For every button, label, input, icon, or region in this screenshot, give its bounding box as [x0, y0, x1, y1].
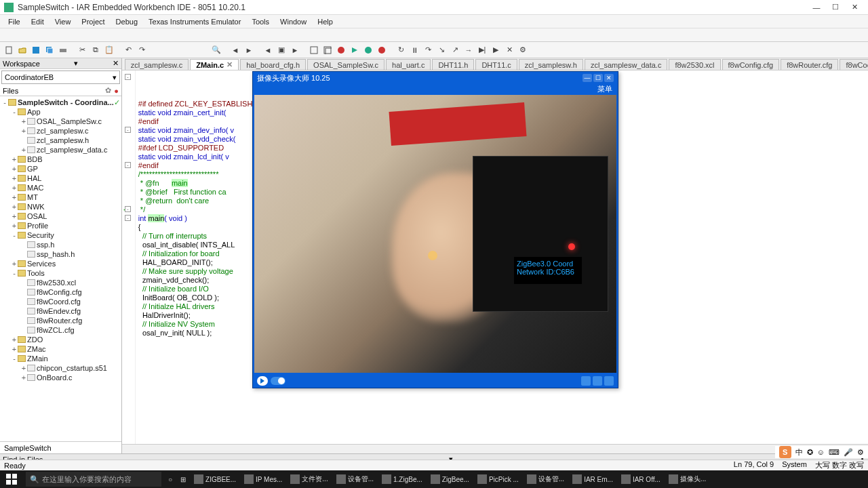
- bookmark-next-icon[interactable]: ►: [289, 44, 301, 56]
- toggle-bp-icon[interactable]: [335, 44, 347, 56]
- open-icon[interactable]: [16, 44, 28, 56]
- workspace-close-icon[interactable]: ✕: [113, 59, 119, 68]
- bookmark-toggle-icon[interactable]: ▣: [275, 44, 288, 56]
- task-view-icon[interactable]: ⊞: [176, 470, 190, 488]
- menu-debug[interactable]: Debug: [111, 18, 143, 26]
- tree-item[interactable]: -Security: [1, 230, 120, 240]
- editor-tab[interactable]: f8w2530.xcl: [669, 59, 720, 70]
- tree-item[interactable]: +NWK: [1, 202, 120, 211]
- debug-settings-icon[interactable]: ⚙: [517, 44, 529, 56]
- camera-snapshot-button[interactable]: [581, 376, 591, 386]
- tree-item[interactable]: ssp_hash.h: [1, 249, 120, 259]
- tree-item[interactable]: -SampleSwitch - Coordina...✓: [1, 98, 120, 107]
- editor-tab[interactable]: zcl_samplesw.c: [125, 59, 189, 70]
- camera-menu[interactable]: 菜单: [597, 85, 612, 93]
- stop2-icon[interactable]: ✕: [503, 44, 515, 56]
- redo-icon[interactable]: ↷: [136, 44, 148, 56]
- cut-icon[interactable]: ✂: [76, 44, 88, 56]
- undo-icon[interactable]: ↶: [122, 44, 134, 56]
- editor-tab[interactable]: hal_board_cfg.h: [240, 59, 306, 70]
- workspace-tab[interactable]: SampleSwitch: [0, 441, 121, 453]
- print-icon[interactable]: [57, 44, 69, 56]
- project-tree[interactable]: -SampleSwitch - Coordina...✓-App+OSAL_Sa…: [0, 96, 121, 441]
- editor-tab[interactable]: hal_uart.c: [386, 59, 431, 70]
- close-button[interactable]: ✕: [845, 1, 864, 14]
- tab-close-icon[interactable]: ✕: [226, 60, 233, 69]
- workspace-dropdown-icon[interactable]: ▾: [74, 59, 78, 68]
- reset-icon[interactable]: ↻: [395, 44, 407, 56]
- camera-settings-button[interactable]: [604, 376, 614, 386]
- tree-item[interactable]: -ZMain: [1, 354, 120, 363]
- camera-max-button[interactable]: ☐: [593, 74, 603, 82]
- go-icon[interactable]: [362, 44, 374, 56]
- editor-tab[interactable]: f8wCoord.cfg: [840, 59, 868, 70]
- tree-item[interactable]: +ZMac: [1, 344, 120, 354]
- gear-icon[interactable]: ✿: [105, 86, 111, 95]
- tree-item[interactable]: f8wRouter.cfg: [1, 316, 120, 325]
- editor-tab[interactable]: OSAL_SampleSw.c: [307, 59, 384, 70]
- paste-icon[interactable]: 📋: [103, 44, 115, 56]
- menu-file[interactable]: File: [3, 18, 26, 26]
- go2-icon[interactable]: ▶: [490, 44, 502, 56]
- ime-punct-icon[interactable]: ✪: [807, 448, 813, 457]
- tree-item[interactable]: +Services: [1, 259, 120, 268]
- tree-item[interactable]: +OnBoard.c: [1, 373, 120, 382]
- maximize-button[interactable]: ☐: [826, 1, 845, 14]
- break-icon[interactable]: ⏸: [408, 44, 420, 56]
- bookmark-prev-icon[interactable]: ◄: [262, 44, 274, 56]
- menu-edit[interactable]: Edit: [26, 18, 50, 26]
- editor-tab[interactable]: DHT11.h: [432, 59, 474, 70]
- tree-item[interactable]: +ZDO: [1, 335, 120, 344]
- search-icon[interactable]: 🔍: [210, 44, 222, 56]
- taskbar-item[interactable]: IAR Em...: [568, 470, 617, 488]
- tree-item[interactable]: f8wZCL.cfg: [1, 325, 120, 335]
- menu-window[interactable]: Window: [275, 18, 312, 26]
- new-icon[interactable]: [3, 44, 15, 56]
- tree-item[interactable]: +zcl_samplesw_data.c: [1, 145, 120, 155]
- tree-item[interactable]: f8wCoord.cfg: [1, 297, 120, 306]
- taskbar-item[interactable]: 摄像头...: [665, 470, 710, 488]
- menu-project[interactable]: Project: [76, 18, 110, 26]
- ime-keyboard-icon[interactable]: ⌨: [829, 448, 840, 457]
- taskbar-item[interactable]: IP Mes...: [240, 470, 286, 488]
- saveall-icon[interactable]: [43, 44, 56, 56]
- step-out-icon[interactable]: ↗: [449, 44, 461, 56]
- tree-item[interactable]: +OSAL_SampleSw.c: [1, 117, 120, 126]
- next-stmt-icon[interactable]: →: [462, 44, 475, 56]
- editor-tab[interactable]: DHT11.c: [475, 59, 517, 70]
- tree-item[interactable]: f8wEndev.cfg: [1, 306, 120, 316]
- tree-item[interactable]: +BDB: [1, 155, 120, 164]
- camera-min-button[interactable]: —: [583, 74, 592, 82]
- camera-fullscreen-button[interactable]: [593, 376, 602, 386]
- menu-help[interactable]: Help: [312, 18, 338, 26]
- step-over-icon[interactable]: ↷: [422, 44, 434, 56]
- menu-tools[interactable]: Tools: [246, 18, 275, 26]
- tree-item[interactable]: zcl_samplesw.h: [1, 136, 120, 145]
- minimize-button[interactable]: —: [807, 1, 826, 14]
- nav-back-icon[interactable]: ◄: [229, 44, 241, 56]
- tree-item[interactable]: ssp.h: [1, 240, 120, 249]
- cortana-icon[interactable]: ○: [164, 470, 176, 488]
- stop-icon[interactable]: [376, 44, 388, 56]
- config-combo[interactable]: CoordinatorEB▾: [1, 70, 120, 84]
- tree-item[interactable]: +HAL: [1, 174, 120, 183]
- tree-item[interactable]: -App: [1, 107, 120, 117]
- editor-tab[interactable]: zcl_samplesw.h: [519, 59, 583, 70]
- ime-mic-icon[interactable]: 🎤: [844, 448, 853, 457]
- tree-item[interactable]: +zcl_samplesw.c: [1, 126, 120, 136]
- tree-item[interactable]: -Tools: [1, 268, 120, 278]
- taskbar-item[interactable]: ZigBee...: [427, 470, 473, 488]
- editor-tab[interactable]: f8wRouter.cfg: [781, 59, 838, 70]
- ime-lang-icon[interactable]: 中: [795, 447, 803, 458]
- tree-item[interactable]: +MT: [1, 192, 120, 202]
- nav-fwd-icon[interactable]: ►: [243, 44, 255, 56]
- menu-texas-instruments-emulator[interactable]: Texas Instruments Emulator: [143, 18, 246, 26]
- taskbar-item[interactable]: PicPick ...: [473, 470, 523, 488]
- save-icon[interactable]: [30, 44, 42, 56]
- menu-view[interactable]: View: [50, 18, 77, 26]
- copy-icon[interactable]: ⧉: [90, 44, 102, 56]
- editor-hscroll[interactable]: [122, 444, 868, 453]
- tree-item[interactable]: f8wConfig.cfg: [1, 287, 120, 297]
- tree-item[interactable]: f8w2530.xcl: [1, 278, 120, 287]
- ime-emoji-icon[interactable]: ☺: [817, 448, 825, 456]
